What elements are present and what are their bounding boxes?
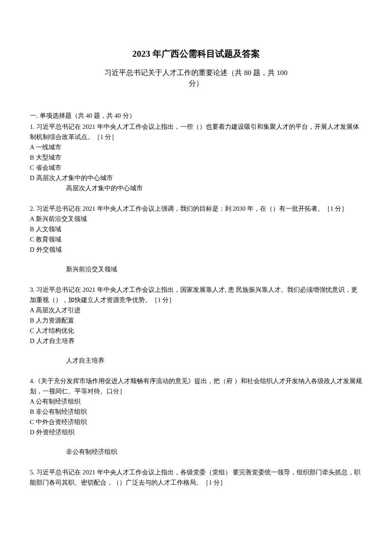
question-4-option-d: D 外资经济组织 <box>30 427 362 437</box>
subtitle-line2: 分） <box>189 79 203 87</box>
question-2-option-a: A 新兴前沿交叉领域 <box>30 214 362 224</box>
question-2-option-c: C 教育领域 <box>30 234 362 244</box>
question-5-text: 5. 习近平总书记在 2021 年中央人才工作会议上指出，各级党委（党组） 要完… <box>30 467 362 488</box>
question-3-text: 3. 习近平总书记在 2021 年中央人才工作会议上指出，国家发展靠人才, 患 … <box>30 285 362 305</box>
question-1-answer: 高层次人才集中的中心城市 <box>66 183 362 193</box>
question-1-text: 1. 习近平总书记在 2021 年中央人才工作会议上指出，一些（）也要着力建设吸… <box>30 122 362 142</box>
question-1-option-c: C 省会城市 <box>30 163 362 173</box>
question-1-option-b: B 大型城市 <box>30 152 362 163</box>
question-4-text: 4.《关于充分发挥市场作用促进人才顺畅有序流动的意见》提出，把（府 ）和社会组织… <box>30 376 362 396</box>
question-3-option-b: B 人力资源配置 <box>30 315 362 325</box>
question-1: 1. 习近平总书记在 2021 年中央人才工作会议上指出，一些（）也要着力建设吸… <box>30 122 362 193</box>
question-1-option-a: A 一线城市 <box>30 142 362 152</box>
question-2-option-d: D 外交领域 <box>30 244 362 255</box>
question-3-option-c: C 人才结构优化 <box>30 325 362 336</box>
question-1-option-d: D 高层次人才集中的中心城市 <box>30 173 362 183</box>
question-4-option-a: A 公有制经济组织 <box>30 396 362 407</box>
section-1-header: 一. 单项选择题（共 40 题，共 40 分） <box>30 110 362 121</box>
question-2: 2. 习近平总书记在 2021 年中央人才工作会议上强调，我们的目标是：到 20… <box>30 203 362 274</box>
question-5: 5. 习近平总书记在 2021 年中央人才工作会议上指出，各级党委（党组） 要完… <box>30 467 362 488</box>
question-2-option-b: B 人文领域 <box>30 224 362 234</box>
question-2-answer: 新兴前沿交叉领域 <box>66 264 362 274</box>
question-4-answer: 非公有制经济组织 <box>66 447 362 457</box>
question-2-text: 2. 习近平总书记在 2021 年中央人才工作会议上强调，我们的目标是：到 20… <box>30 203 362 214</box>
question-3-answer: 人才自主培养 <box>66 355 362 366</box>
question-3: 3. 习近平总书记在 2021 年中央人才工作会议上指出，国家发展靠人才, 患 … <box>30 285 362 366</box>
question-3-option-d: D 人才自主培养 <box>30 336 362 346</box>
question-4: 4.《关于充分发挥市场作用促进人才顺畅有序流动的意见》提出，把（府 ）和社会组织… <box>30 376 362 457</box>
subtitle-line1: 习近平总书记关于人才工作的重要论述（共 80 题，共 100 <box>104 69 287 77</box>
document-title: 2023 年广西公需科目试题及答案 <box>30 47 362 61</box>
document-subtitle: 习近平总书记关于人才工作的重要论述（共 80 题，共 100 分） <box>30 67 362 89</box>
question-4-option-c: C 中外合资经济组织 <box>30 417 362 427</box>
question-3-option-a: A 高层次人才引进 <box>30 305 362 315</box>
question-4-option-b: B 非公有制经济组织 <box>30 407 362 417</box>
